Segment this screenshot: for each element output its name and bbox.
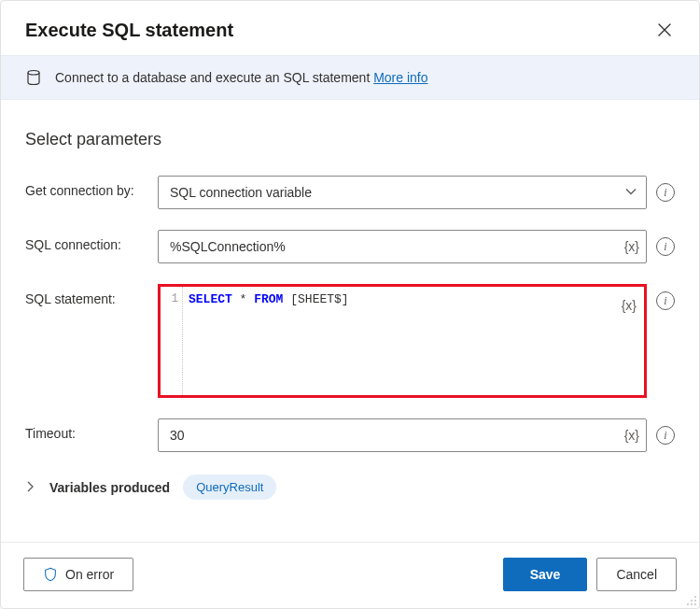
timeout-value: 30 bbox=[170, 428, 185, 443]
sql-text: [SHEET$] bbox=[283, 292, 348, 306]
svg-point-5 bbox=[691, 603, 693, 605]
info-icon[interactable]: i bbox=[656, 426, 675, 445]
info-icon[interactable]: i bbox=[656, 237, 675, 256]
info-icon[interactable]: i bbox=[656, 291, 675, 310]
title-bar: Execute SQL statement bbox=[1, 1, 699, 55]
expand-variables-button[interactable] bbox=[25, 480, 36, 495]
variables-produced-label: Variables produced bbox=[49, 480, 170, 495]
line-number: 1 bbox=[172, 292, 178, 305]
info-bar-text: Connect to a database and execute an SQL… bbox=[55, 70, 428, 85]
more-info-link[interactable]: More info bbox=[373, 70, 427, 85]
sql-text: * bbox=[232, 292, 254, 306]
save-button[interactable]: Save bbox=[503, 558, 588, 591]
label-timeout: Timeout: bbox=[25, 418, 147, 441]
variable-picker-button[interactable]: {x} bbox=[624, 428, 639, 443]
execute-sql-dialog: Execute SQL statement Connect to a datab… bbox=[0, 0, 700, 609]
info-bar: Connect to a database and execute an SQL… bbox=[1, 55, 699, 100]
editor-gutter: 1 bbox=[161, 287, 183, 395]
svg-point-1 bbox=[694, 596, 696, 598]
info-bar-message: Connect to a database and execute an SQL… bbox=[55, 70, 370, 85]
on-error-button[interactable]: On error bbox=[23, 558, 133, 591]
sql-statement-editor[interactable]: 1 SELECT * FROM [SHEET$] {x} bbox=[158, 284, 647, 398]
dialog-title: Execute SQL statement bbox=[25, 20, 233, 41]
chevron-right-icon bbox=[25, 481, 36, 492]
row-get-connection-by: Get connection by: SQL connection variab… bbox=[25, 176, 675, 209]
label-sql-connection: SQL connection: bbox=[25, 230, 147, 252]
sql-keyword: SELECT bbox=[189, 292, 232, 306]
dialog-footer: On error Save Cancel bbox=[1, 542, 699, 608]
svg-point-2 bbox=[691, 600, 693, 602]
get-connection-by-select[interactable]: SQL connection variable bbox=[158, 176, 647, 209]
shield-icon bbox=[43, 567, 58, 582]
sql-connection-input[interactable]: %SQLConnection% bbox=[158, 230, 647, 263]
variable-picker-button[interactable]: {x} bbox=[624, 239, 639, 254]
svg-point-6 bbox=[694, 603, 696, 605]
variables-produced-row: Variables produced QueryResult bbox=[25, 474, 675, 500]
close-icon bbox=[658, 23, 671, 36]
timeout-input[interactable]: 30 bbox=[158, 418, 647, 452]
sql-connection-value: %SQLConnection% bbox=[170, 239, 286, 254]
section-title: Select parameters bbox=[25, 130, 675, 149]
cancel-button[interactable]: Cancel bbox=[596, 558, 677, 591]
svg-point-3 bbox=[694, 600, 696, 602]
variable-pill-queryresult[interactable]: QueryResult bbox=[183, 474, 276, 500]
sql-keyword: FROM bbox=[254, 292, 283, 306]
svg-point-0 bbox=[28, 71, 39, 76]
database-icon bbox=[25, 69, 42, 86]
sql-content: SELECT * FROM [SHEET$] bbox=[161, 292, 612, 306]
resize-grip-icon[interactable] bbox=[686, 595, 697, 606]
label-sql-statement: SQL statement: bbox=[25, 284, 147, 306]
svg-point-4 bbox=[687, 603, 689, 605]
info-icon[interactable]: i bbox=[656, 183, 675, 202]
footer-right: Save Cancel bbox=[503, 558, 677, 591]
dialog-body: Select parameters Get connection by: SQL… bbox=[1, 100, 699, 542]
close-button[interactable] bbox=[652, 18, 677, 42]
get-connection-by-value: SQL connection variable bbox=[170, 185, 312, 200]
variable-picker-button[interactable]: {x} bbox=[622, 298, 637, 313]
on-error-label: On error bbox=[65, 567, 114, 582]
label-get-connection-by: Get connection by: bbox=[25, 176, 147, 198]
row-sql-connection: SQL connection: %SQLConnection% {x} i bbox=[25, 230, 675, 263]
row-timeout: Timeout: 30 {x} i bbox=[25, 418, 675, 452]
row-sql-statement: SQL statement: 1 SELECT * FROM [SHEET$] … bbox=[25, 284, 675, 398]
